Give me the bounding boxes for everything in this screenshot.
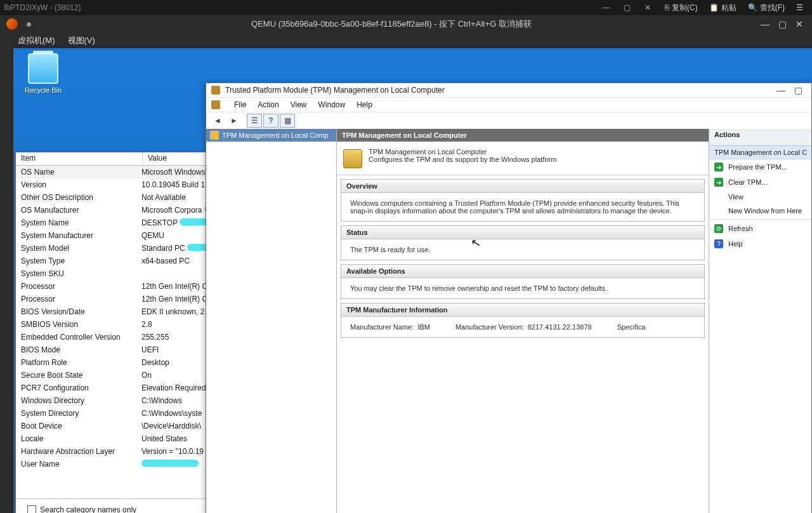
maximize-icon[interactable]: ▢ bbox=[794, 85, 802, 95]
msinfo-item: Processor bbox=[16, 280, 141, 293]
menu-help[interactable]: Help bbox=[357, 100, 372, 109]
host-title: IbPTD2IXyW - (38012) bbox=[0, 3, 602, 12]
paste-button[interactable]: 📋粘贴 bbox=[709, 3, 737, 13]
minimize-icon[interactable]: — bbox=[776, 85, 785, 95]
recycle-bin-icon bbox=[28, 53, 58, 84]
minimize-icon[interactable]: — bbox=[602, 3, 610, 12]
menu-icon[interactable]: ☰ bbox=[796, 3, 803, 12]
manufacturer-title: TPM Manufacturer Information bbox=[341, 303, 704, 317]
msinfo-row[interactable]: BIOS ModeUEFI bbox=[16, 343, 218, 356]
msinfo-row[interactable]: LocaleUnited States bbox=[16, 432, 218, 445]
msinfo-row[interactable]: Processor12th Gen Intel(R) C bbox=[16, 293, 218, 305]
msinfo-row[interactable]: OS NameMicrosoft Windows bbox=[16, 166, 218, 178]
help-toolbar-button[interactable]: ? bbox=[263, 114, 278, 128]
minimize-icon[interactable]: — bbox=[761, 19, 769, 29]
tpm-titlebar[interactable]: Trusted Platform Module (TPM) Management… bbox=[206, 83, 811, 98]
intro-panel: TPM Management on Local Computer Configu… bbox=[337, 142, 709, 175]
msinfo-row[interactable]: Embedded Controller Version255.255 bbox=[16, 331, 218, 343]
back-button[interactable]: ◄ bbox=[210, 114, 225, 128]
manufacturer-panel: TPM Manufacturer Information Manufacture… bbox=[341, 303, 705, 338]
menu-vm[interactable]: 虚拟机(M) bbox=[18, 35, 55, 46]
action-prepare-tpm[interactable]: ➜Prepare the TPM... bbox=[709, 159, 811, 175]
paste-icon: 📋 bbox=[709, 3, 719, 12]
tpm-mmc-window[interactable]: Trusted Platform Module (TPM) Management… bbox=[206, 83, 812, 513]
tpm-main-pane[interactable]: TPM Management on Local Computer TPM Man… bbox=[337, 129, 709, 513]
msinfo-row[interactable]: Secure Boot StateOn bbox=[16, 369, 218, 382]
chip-icon bbox=[210, 131, 219, 140]
separator bbox=[709, 219, 811, 220]
redaction-mark bbox=[141, 460, 199, 467]
find-button[interactable]: 🔍查找(F) bbox=[748, 3, 785, 13]
mfr-name-value: IBM bbox=[417, 323, 430, 331]
msinfo-row[interactable]: OS ManufacturerMicrosoft Corpora bbox=[16, 204, 218, 217]
tree-node-tpm[interactable]: TPM Management on Local Comp bbox=[206, 129, 336, 142]
guest-desktop[interactable]: 🔍 Recycle Bin Item Value OS NameMicrosof… bbox=[13, 48, 812, 513]
search-category-checkbox[interactable] bbox=[27, 505, 36, 513]
msinfo-row[interactable]: System ManufacturerQEMU bbox=[16, 229, 218, 242]
copy-button[interactable]: ⎘复制(C) bbox=[665, 3, 698, 13]
qemu-window: QEMU (35b696a9-0bbc-5a00-b8ef-f1185eff2a… bbox=[0, 15, 812, 513]
mfr-name-label: Manufacturer Name: bbox=[350, 323, 414, 331]
action-help[interactable]: ?Help bbox=[709, 236, 811, 251]
menu-view[interactable]: 视图(V) bbox=[68, 35, 95, 46]
available-options-panel: Available Options You may clear the TPM … bbox=[341, 264, 705, 299]
msinfo-item: System Name bbox=[16, 217, 141, 229]
search-icon: 🔍 bbox=[748, 3, 757, 12]
tpm-app-icon bbox=[211, 86, 220, 95]
available-title: Available Options bbox=[341, 265, 704, 278]
msinfo-row[interactable]: Processor12th Gen Intel(R) C bbox=[16, 280, 218, 293]
msinfo-row[interactable]: Platform RoleDesktop bbox=[16, 356, 218, 369]
msinfo-row[interactable]: Windows DirectoryC:\Windows bbox=[16, 394, 218, 407]
msinfo-row[interactable]: System ModelStandard PC bbox=[16, 242, 218, 255]
tree-node-label: TPM Management on Local Comp bbox=[222, 131, 329, 139]
maximize-icon[interactable]: ▢ bbox=[778, 19, 787, 29]
msinfo-row[interactable]: Hardware Abstraction LayerVersion = "10.… bbox=[16, 445, 218, 458]
recycle-bin-label: Recycle Bin bbox=[21, 86, 65, 94]
msinfo-item: User Name bbox=[16, 458, 141, 470]
close-icon[interactable]: ✕ bbox=[645, 3, 651, 12]
show-hide-tree-button[interactable]: ☰ bbox=[247, 114, 262, 128]
forward-button[interactable]: ► bbox=[226, 114, 242, 128]
action-view[interactable]: View bbox=[709, 190, 811, 204]
msinfo-item: PCR7 Configuration bbox=[16, 382, 141, 394]
msinfo-row[interactable]: SMBIOS Version2.8 bbox=[16, 318, 218, 331]
msinfo-row[interactable]: Other OS DescriptionNot Available bbox=[16, 191, 218, 204]
msinfo-item: BIOS Version/Date bbox=[16, 305, 141, 318]
show-hide-action-button[interactable]: ▦ bbox=[280, 114, 295, 128]
qemu-titlebar[interactable]: QEMU (35b696a9-0bbc-5a00-b8ef-f1185eff2a… bbox=[0, 15, 812, 33]
msinfo-item: SMBIOS Version bbox=[16, 318, 141, 331]
menu-window[interactable]: Window bbox=[318, 100, 346, 109]
action-new-window[interactable]: New Window from Here bbox=[709, 204, 811, 218]
tpm-tree-pane[interactable]: TPM Management on Local Comp ↖ bbox=[206, 129, 337, 513]
msinfo-row[interactable]: Boot Device\Device\Harddisk\ bbox=[16, 420, 218, 432]
recycle-bin[interactable]: Recycle Bin bbox=[21, 53, 65, 94]
msinfo-item: Processor bbox=[16, 293, 141, 305]
close-icon[interactable]: ✕ bbox=[796, 19, 803, 29]
menu-file[interactable]: File bbox=[234, 100, 246, 109]
system-information-window[interactable]: Item Value OS NameMicrosoft WindowsVersi… bbox=[15, 152, 219, 513]
msinfo-row[interactable]: System NameDESKTOP bbox=[16, 217, 218, 229]
record-dot-icon bbox=[27, 22, 31, 27]
overview-body: Windows computers containing a Trusted P… bbox=[341, 193, 704, 221]
actions-subheader: TPM Management on Local C bbox=[709, 146, 811, 159]
msinfo-body[interactable]: OS NameMicrosoft WindowsVersion10.0.1904… bbox=[16, 166, 218, 493]
msinfo-row[interactable]: Version10.0.19045 Build 1 bbox=[16, 178, 218, 191]
action-clear-tpm[interactable]: ➜Clear TPM... bbox=[709, 175, 811, 190]
actions-pane[interactable]: Actions TPM Management on Local C ➜Prepa… bbox=[709, 129, 811, 513]
menu-view[interactable]: View bbox=[291, 100, 307, 109]
msinfo-row[interactable]: System DirectoryC:\Windows\syste bbox=[16, 407, 218, 420]
help-icon: ? bbox=[714, 239, 723, 248]
overview-panel: Overview Windows computers containing a … bbox=[341, 179, 705, 222]
msinfo-row[interactable]: System SKU bbox=[16, 267, 218, 280]
maximize-icon[interactable]: ▢ bbox=[624, 3, 631, 12]
msinfo-row[interactable]: BIOS Version/DateEDK II unknown, 2 bbox=[16, 305, 218, 318]
menu-action[interactable]: Action bbox=[258, 100, 278, 109]
chip-icon bbox=[343, 149, 362, 168]
msinfo-row[interactable]: PCR7 ConfigurationElevation Required bbox=[16, 382, 218, 394]
tpm-menubar: File Action View Window Help bbox=[206, 98, 811, 112]
msinfo-row[interactable]: System Typex64-based PC bbox=[16, 255, 218, 267]
msinfo-row[interactable]: User Name bbox=[16, 458, 218, 470]
action-refresh[interactable]: ⟳Refresh bbox=[709, 221, 811, 236]
column-item[interactable]: Item bbox=[16, 152, 143, 165]
mfr-spec-label: Specifica bbox=[617, 323, 646, 331]
